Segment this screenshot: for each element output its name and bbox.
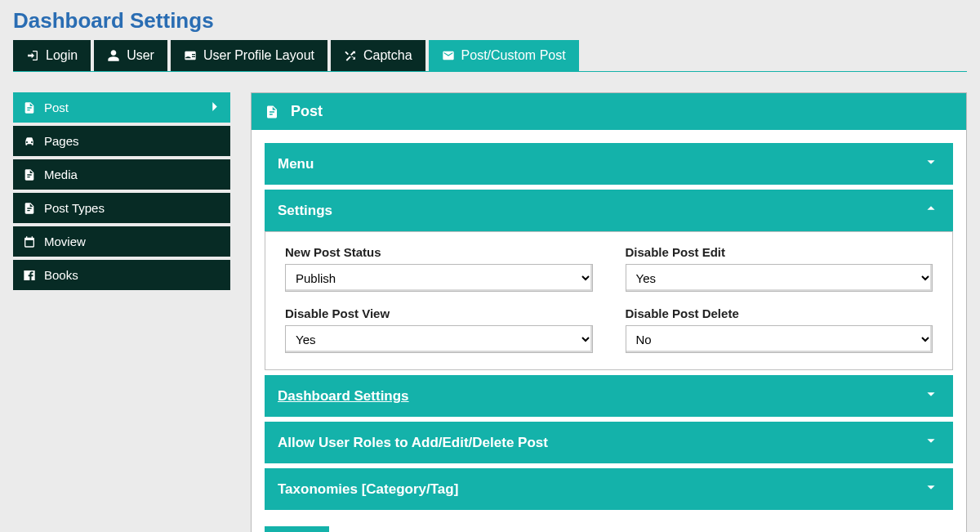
- sidebar: Post Pages Media P: [13, 92, 230, 293]
- chevron-down-icon: [922, 431, 940, 454]
- sidebar-item-post-types[interactable]: Post Types: [13, 193, 230, 223]
- settings-body: New Post Status Publish Disable Post Edi…: [265, 231, 953, 370]
- file-icon: [23, 202, 36, 215]
- tab-label: Login: [46, 48, 78, 63]
- shuffle-icon: [344, 49, 357, 62]
- chevron-down-icon: [922, 153, 940, 175]
- user-icon: [107, 49, 120, 62]
- tabs-bar: Login User User Profile Layout Captcha P…: [13, 40, 967, 72]
- field-new-post-status: New Post Status Publish: [285, 245, 593, 292]
- tab-label: User Profile Layout: [203, 48, 314, 63]
- accordion-menu[interactable]: Menu: [265, 143, 953, 185]
- accordion-taxonomies[interactable]: Taxonomies [Category/Tag]: [265, 468, 953, 510]
- calendar-icon: [23, 235, 36, 248]
- main-head: Post: [252, 93, 966, 130]
- field-label: Disable Post Edit: [626, 245, 933, 259]
- file-icon: [23, 101, 36, 114]
- accordion-user-roles[interactable]: Allow User Roles to Add/Edit/Delete Post: [265, 422, 953, 463]
- tab-label: User: [127, 48, 154, 63]
- chevron-down-icon: [922, 385, 940, 407]
- sidebar-item-pages[interactable]: Pages: [13, 126, 230, 156]
- tab-captcha[interactable]: Captcha: [331, 40, 425, 71]
- field-disable-post-edit: Disable Post Edit Yes: [626, 245, 933, 292]
- file-icon: [23, 168, 36, 181]
- page-title: Dashboard Settings: [13, 8, 967, 34]
- field-label: New Post Status: [285, 245, 593, 259]
- sidebar-item-label: Post Types: [44, 201, 105, 215]
- envelope-icon: [442, 49, 455, 62]
- select-disable-post-view[interactable]: Yes: [285, 325, 593, 353]
- accordion-label: Taxonomies [Category/Tag]: [278, 481, 458, 498]
- accordion-settings[interactable]: Settings: [265, 190, 953, 231]
- sidebar-item-media[interactable]: Media: [13, 159, 230, 190]
- sidebar-item-label: Post: [44, 101, 69, 114]
- field-label: Disable Post Delete: [626, 306, 933, 320]
- sidebar-item-label: Media: [44, 168, 78, 181]
- select-disable-post-delete[interactable]: No: [626, 325, 933, 353]
- chevron-right-icon: [206, 97, 224, 118]
- tab-label: Captcha: [363, 48, 412, 63]
- sidebar-item-label: Books: [44, 268, 78, 282]
- file-icon: [265, 105, 279, 119]
- sidebar-item-label: Moview: [44, 235, 86, 248]
- accordion-dashboard-settings[interactable]: Dashboard Settings: [265, 375, 953, 417]
- tab-label: Post/Custom Post: [461, 48, 566, 63]
- accordion-label: Menu: [278, 156, 314, 172]
- select-disable-post-edit[interactable]: Yes: [626, 264, 933, 292]
- main-panel: Post Menu Settings: [251, 92, 967, 532]
- tab-user-profile-layout[interactable]: User Profile Layout: [171, 40, 327, 71]
- car-icon: [23, 135, 36, 148]
- sidebar-item-label: Pages: [44, 134, 79, 148]
- accordion-label: Settings: [278, 203, 332, 219]
- chevron-up-icon: [922, 199, 940, 221]
- sidebar-item-moview[interactable]: Moview: [13, 226, 230, 257]
- facebook-icon: [23, 269, 36, 282]
- accordion-label: Dashboard Settings: [278, 388, 409, 405]
- sidebar-item-post[interactable]: Post: [13, 92, 230, 123]
- login-icon: [26, 49, 39, 62]
- tab-post-custom-post[interactable]: Post/Custom Post: [429, 40, 579, 71]
- main-title: Post: [291, 103, 323, 120]
- id-card-icon: [184, 49, 197, 62]
- select-new-post-status[interactable]: Publish: [285, 264, 593, 292]
- tab-login[interactable]: Login: [13, 40, 91, 71]
- field-disable-post-view: Disable Post View Yes: [285, 306, 593, 353]
- accordion-label: Allow User Roles to Add/Edit/Delete Post: [278, 435, 548, 451]
- sidebar-item-books[interactable]: Books: [13, 260, 230, 290]
- field-disable-post-delete: Disable Post Delete No: [626, 306, 933, 353]
- chevron-down-icon: [922, 478, 940, 500]
- submit-button[interactable]: Submit: [265, 526, 329, 532]
- tab-user[interactable]: User: [94, 40, 167, 71]
- field-label: Disable Post View: [285, 306, 593, 320]
